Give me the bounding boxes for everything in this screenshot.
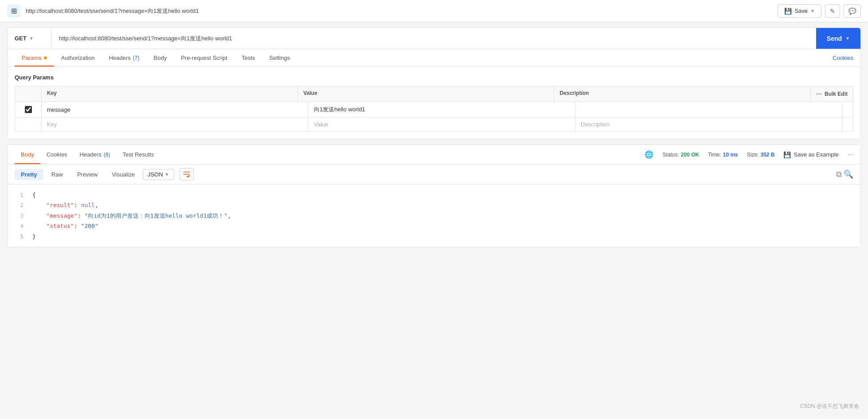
row-key-cell: message — [42, 102, 309, 117]
code-line-3: 3 "message": "向id为1的用户发送：向1发送hello world… — [15, 211, 853, 221]
placeholder-checkbox-cell — [15, 117, 42, 131]
method-selector[interactable]: GET ▼ — [8, 28, 52, 49]
status-value: 200 OK — [681, 152, 699, 158]
query-params-section: Query Params Key Value Description ··· B… — [8, 67, 860, 139]
tab-body[interactable]: Body — [147, 49, 174, 67]
placeholder-key-cell: Key — [42, 117, 309, 131]
placeholder-key: Key — [47, 121, 57, 128]
wrap-button[interactable] — [180, 168, 194, 180]
save-chevron-icon: ▼ — [810, 8, 815, 13]
send-button[interactable]: Send ▼ — [816, 28, 860, 49]
tab-headers[interactable]: Headers (7) — [102, 49, 147, 67]
globe-icon[interactable]: 🌐 — [645, 150, 653, 159]
comment-button[interactable]: 💬 — [844, 4, 861, 18]
copy-button[interactable]: ⧉ — [836, 170, 842, 179]
placeholder-description-cell: Description — [575, 117, 842, 131]
row-value-cell: 向1发送hello world1 — [309, 102, 575, 117]
placeholder-action-cell — [842, 117, 853, 131]
format-tab-preview[interactable]: Preview — [71, 169, 104, 180]
response-more-options-icon[interactable]: ··· — [848, 151, 853, 159]
row-checkbox[interactable] — [25, 106, 32, 113]
format-tab-raw[interactable]: Raw — [45, 169, 69, 180]
col-key-header: Key — [42, 86, 298, 102]
url-input[interactable] — [52, 35, 816, 42]
top-url-display: http://localhost:8080/test/sse/send/1?me… — [26, 7, 772, 15]
app-icon: ⊞ — [7, 4, 20, 18]
response-tab-cookies[interactable]: Cookies — [40, 145, 74, 164]
code-content-4: "status": "200" — [32, 221, 853, 231]
code-area: 1 { 2 "result": null, 3 "message": "向id为… — [8, 184, 860, 247]
code-line-5: 5 } — [15, 231, 853, 242]
line-num-5: 5 — [15, 231, 23, 242]
code-line-2: 2 "result": null, — [15, 200, 853, 210]
response-tabs-bar: Body Cookies Headers (8) Test Results 🌐 … — [8, 145, 860, 164]
tab-tests[interactable]: Tests — [235, 49, 262, 67]
col-value-header: Value — [298, 86, 554, 102]
format-select[interactable]: JSON ▼ — [143, 169, 174, 180]
params-table: Key Value Description ··· Bulk Edit mess… — [15, 86, 853, 132]
format-tab-visualize[interactable]: Visualize — [106, 169, 141, 180]
query-params-title: Query Params — [15, 74, 853, 81]
response-tab-test-results[interactable]: Test Results — [116, 145, 160, 164]
top-bar: ⊞ http://localhost:8080/test/sse/send/1?… — [0, 0, 868, 22]
tab-settings[interactable]: Settings — [262, 49, 297, 67]
save-button[interactable]: 💾 Save ▼ — [778, 4, 821, 18]
placeholder-value-cell: Value — [309, 117, 575, 131]
time-value: 10 ms — [723, 152, 738, 158]
more-options-icon[interactable]: ··· — [816, 90, 822, 98]
status-item: Status: 200 OK — [662, 152, 699, 158]
row-action-cell — [842, 102, 853, 117]
placeholder-description: Description — [581, 121, 610, 128]
tab-pre-request[interactable]: Pre-request Script — [174, 49, 235, 67]
time-item: Time: 10 ms — [708, 152, 738, 158]
row-key-value: message — [47, 106, 70, 113]
tab-params[interactable]: Params — [15, 49, 54, 67]
col-checkbox-header — [15, 86, 42, 102]
tab-authorization[interactable]: Authorization — [54, 49, 102, 67]
row-value-value: 向1发送hello world1 — [314, 106, 365, 114]
code-content-5: } — [32, 231, 853, 242]
row-description-cell — [575, 102, 842, 117]
save-example-button[interactable]: 💾 Save as Example — [783, 151, 838, 158]
col-description-header: Description — [554, 86, 810, 102]
line-num-4: 4 — [15, 221, 23, 231]
params-table-header: Key Value Description ··· Bulk Edit — [15, 86, 853, 102]
cookies-link[interactable]: Cookies — [833, 55, 853, 61]
send-chevron-icon: ▼ — [845, 36, 850, 41]
format-tab-pretty[interactable]: Pretty — [15, 169, 43, 180]
line-num-2: 2 — [15, 200, 23, 210]
response-tab-headers[interactable]: Headers (8) — [74, 145, 117, 164]
code-line-4: 4 "status": "200" — [15, 221, 853, 231]
top-actions: 💾 Save ▼ ✎ 💬 — [778, 4, 861, 18]
placeholder-value: Value — [314, 121, 328, 128]
row-checkbox-cell — [15, 102, 42, 117]
request-section: GET ▼ Send ▼ Params Authorization Header… — [7, 27, 861, 139]
code-content-1: { — [32, 190, 853, 200]
edit-button[interactable]: ✎ — [825, 4, 840, 18]
method-chevron-icon: ▼ — [29, 36, 34, 41]
params-dot — [44, 56, 47, 59]
code-line-1: 1 { — [15, 190, 853, 200]
bulk-edit-button[interactable]: Bulk Edit — [825, 91, 848, 97]
body-format-bar: Pretty Raw Preview Visualize JSON ▼ ⧉ 🔍 — [8, 164, 860, 184]
response-section: Body Cookies Headers (8) Test Results 🌐 … — [7, 145, 861, 247]
code-content-2: "result": null, — [32, 200, 853, 210]
col-bulk-edit-header: ··· Bulk Edit — [811, 86, 853, 102]
watermark: CSDN @谁不想飞舞青春 — [800, 403, 859, 410]
line-num-1: 1 — [15, 190, 23, 200]
search-button[interactable]: 🔍 — [844, 169, 853, 179]
method-label: GET — [15, 35, 27, 42]
size-value: 352 B — [760, 152, 774, 158]
line-num-3: 3 — [15, 211, 23, 221]
response-status-bar: 🌐 Status: 200 OK Time: 10 ms Size: 352 B… — [645, 150, 853, 159]
response-tab-body[interactable]: Body — [15, 145, 40, 164]
size-item: Size: 352 B — [747, 152, 775, 158]
table-row: message 向1发送hello world1 — [15, 102, 853, 117]
table-row-placeholder: Key Value Description — [15, 117, 853, 131]
request-tabs-bar: Params Authorization Headers (7) Body Pr… — [8, 49, 860, 67]
code-content-3: "message": "向id为1的用户发送：向1发送hello world1成… — [32, 211, 853, 221]
format-chevron-icon: ▼ — [165, 172, 169, 177]
url-bar: GET ▼ Send ▼ — [8, 28, 860, 49]
